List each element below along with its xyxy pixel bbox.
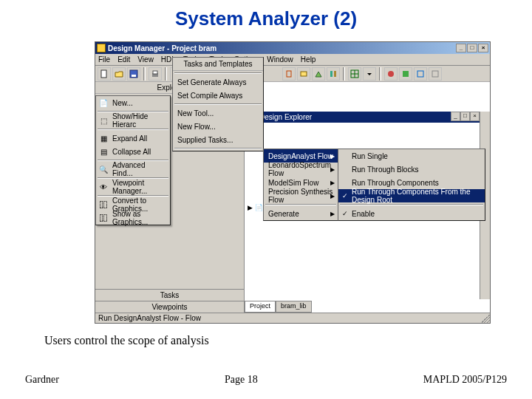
window-title: Design Manager - Project bram [108, 44, 456, 52]
menu-item-showgraphics[interactable]: ⿲Show as Graphics... [96, 211, 170, 225]
flow-submenu: DesignAnalyst Flow▶ LeonardoSpectrum Flo… [263, 149, 338, 221]
menu-separator [174, 103, 262, 105]
footer-page: Page 18 [225, 374, 258, 386]
tool-icon[interactable] [384, 67, 398, 81]
menu-item-runsingle[interactable]: Run Single [338, 149, 485, 163]
svg-rect-15 [432, 71, 438, 77]
menu-separator [340, 204, 483, 205]
tool-icon[interactable] [282, 67, 296, 81]
save-icon[interactable] [127, 67, 140, 81]
chevron-right-icon: ▶ [330, 193, 335, 200]
svg-rect-13 [403, 71, 409, 77]
svg-rect-10 [334, 71, 336, 77]
resize-grip-icon[interactable] [481, 314, 490, 323]
slide-title: System Analyzer (2) [0, 0, 532, 33]
left-bottom-tabs: Tasks Viewpoints [95, 289, 244, 313]
tool-icon[interactable] [429, 67, 442, 81]
menu-help[interactable]: Help [301, 55, 316, 64]
tool-icon[interactable] [399, 67, 412, 81]
titlebar[interactable]: Design Manager - Project bram _ □ × [95, 42, 490, 54]
menu-item-newflow[interactable]: New Flow... [173, 120, 263, 133]
menu-item-runblocks[interactable]: Run Through Blocks [338, 163, 485, 176]
toolbar-separator [143, 67, 146, 81]
menu-item-setcompile[interactable]: Set Compile Always [173, 89, 263, 102]
tool-icon[interactable] [312, 67, 325, 81]
workarea: Explore 📄New... ⬚Show/Hide Hierarc ▦Expa… [95, 82, 490, 313]
statusbar: Run DesignAnalyst Flow - Flow [95, 313, 490, 323]
open-icon[interactable] [112, 67, 126, 81]
toolbar-separator [165, 67, 167, 81]
maximize-button[interactable]: □ [467, 44, 477, 52]
svg-rect-4 [153, 71, 157, 74]
menu-view[interactable]: View [137, 55, 154, 64]
toolbar [95, 66, 490, 82]
expand-icon: ▦ [98, 132, 109, 144]
chevron-right-icon: ▶ [330, 211, 335, 217]
dropdown-icon[interactable] [363, 67, 376, 81]
menu-item-new[interactable]: 📄New... [96, 96, 170, 109]
viewpoint-icon: 👁 [98, 181, 109, 193]
tool-icon[interactable] [297, 67, 310, 81]
svg-rect-0 [101, 70, 106, 78]
design-explorer-title[interactable]: 📘 Design Explorer [245, 112, 480, 123]
close-button[interactable]: × [478, 44, 488, 52]
menu-window[interactable]: Window [267, 55, 293, 64]
svg-point-12 [388, 71, 394, 77]
tool-icon[interactable] [414, 67, 427, 81]
menu-separator [265, 204, 336, 205]
menu-edit[interactable]: Edit [117, 55, 130, 64]
tasks-templates-menu: Tasks and Templates Set Generate Always … [172, 57, 264, 151]
minimize-button[interactable]: _ [451, 112, 460, 121]
menu-separator [174, 72, 262, 74]
menu-item-enable[interactable]: Enable [338, 207, 485, 220]
svg-rect-9 [330, 71, 332, 77]
chevron-right-icon: ▶ [330, 166, 335, 173]
slide-caption: Users control the scope of analysis [44, 334, 209, 347]
menu-separator [174, 148, 262, 149]
menu-separator [98, 129, 168, 130]
menu-item-supplied[interactable]: Supplied Tasks... [173, 133, 263, 146]
menu-item-collapse[interactable]: ▤Collapse All [96, 145, 170, 158]
chevron-right-icon: ▶ [330, 153, 335, 160]
menu-item-find[interactable]: 🔍Advanced Find... [96, 163, 170, 176]
menu-item-viewpoint[interactable]: 👁Viewpoint Manager... [96, 180, 170, 194]
menu-item-expand[interactable]: ▦Expand All [96, 132, 170, 145]
app-icon [97, 44, 106, 52]
menu-item-setgen[interactable]: Set Generate Always [173, 75, 263, 89]
menu-item-newtool[interactable]: New Tool... [173, 106, 263, 120]
left-panel: Explore 📄New... ⬚Show/Hide Hierarc ▦Expa… [95, 82, 245, 313]
svg-rect-2 [132, 75, 136, 77]
tool-icon[interactable] [327, 67, 340, 81]
menu-file[interactable]: File [98, 55, 110, 64]
tool-icon[interactable] [348, 67, 361, 81]
svg-rect-14 [417, 71, 423, 77]
collapse-icon: ▤ [98, 146, 109, 157]
explorer-tabs: Project bram_lib [245, 301, 312, 313]
print-icon[interactable] [149, 67, 162, 81]
search-icon: 🔍 [98, 163, 109, 175]
explorer-window-buttons: _ □ × [451, 112, 480, 121]
toolbar-separator [379, 67, 381, 81]
svg-rect-8 [301, 72, 307, 76]
footer-conference: MAPLD 2005/P129 [423, 374, 507, 386]
tab-tasks[interactable]: Tasks [95, 289, 244, 301]
menu-item-leonardo[interactable]: LeonardoSpectrum Flow▶ [264, 163, 338, 176]
toolbar-separator [343, 67, 345, 81]
hierarchy-icon: ⬚ [98, 115, 109, 126]
menu-item-precision[interactable]: Precision Synthesis Flow▶ [264, 189, 338, 202]
slide-footer: Gardner Page 18 MAPLD 2005/P129 [0, 374, 532, 386]
menu-item-showhide[interactable]: ⬚Show/Hide Hierarc [96, 114, 170, 127]
tab-viewpoints[interactable]: Viewpoints [95, 301, 244, 313]
footer-author: Gardner [25, 374, 59, 386]
tab-project[interactable]: Project [245, 301, 276, 313]
tab-bramlib[interactable]: bram_lib [276, 301, 312, 313]
run-submenu: Run Single Run Through Blocks Run Throug… [338, 149, 485, 221]
menu-item-generate[interactable]: Generate▶ [264, 207, 338, 220]
tasks-menu-title: Tasks and Templates [173, 58, 263, 71]
new-icon[interactable] [98, 67, 111, 81]
context-menu: 📄New... ⬚Show/Hide Hierarc ▦Expand All ▤… [95, 95, 171, 225]
close-button[interactable]: × [470, 112, 480, 121]
menu-item-runfromroot[interactable]: Run Through Components From the Design R… [338, 189, 485, 202]
minimize-button[interactable]: _ [456, 44, 466, 52]
maximize-button[interactable]: □ [460, 112, 470, 121]
